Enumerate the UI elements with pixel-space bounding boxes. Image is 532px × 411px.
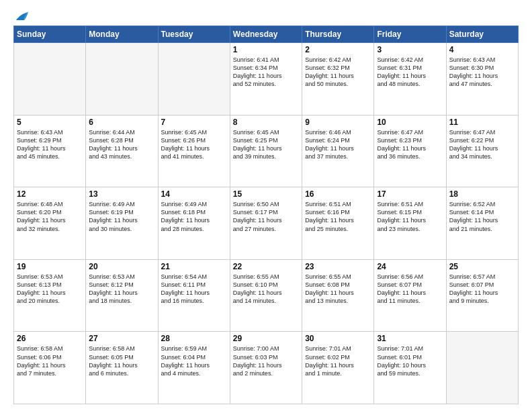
cell-info: Sunrise: 6:51 AM Sunset: 6:15 PM Dayligh… [377,200,443,233]
calendar-cell: 14Sunrise: 6:49 AM Sunset: 6:18 PM Dayli… [158,187,230,260]
cell-info: Sunrise: 6:56 AM Sunset: 6:07 PM Dayligh… [377,273,443,306]
page: SundayMondayTuesdayWednesdayThursdayFrid… [0,0,532,411]
calendar-header-row: SundayMondayTuesdayWednesdayThursdayFrid… [14,26,519,43]
calendar-cell: 1Sunrise: 6:41 AM Sunset: 6:34 PM Daylig… [230,43,302,116]
cell-info: Sunrise: 6:45 AM Sunset: 6:26 PM Dayligh… [161,128,227,161]
calendar-cell: 5Sunrise: 6:43 AM Sunset: 6:29 PM Daylig… [14,115,86,187]
cell-info: Sunrise: 7:01 AM Sunset: 6:02 PM Dayligh… [305,345,371,377]
day-number: 4 [449,45,515,54]
calendar-cell: 3Sunrise: 6:42 AM Sunset: 6:31 PM Daylig… [374,43,446,116]
cell-info: Sunrise: 6:43 AM Sunset: 6:29 PM Dayligh… [17,128,83,161]
day-number: 7 [161,118,227,127]
calendar-cell: 24Sunrise: 6:56 AM Sunset: 6:07 PM Dayli… [374,259,446,332]
header [13,11,519,20]
calendar-header-tuesday: Tuesday [158,26,230,43]
day-number: 22 [233,262,299,271]
cell-info: Sunrise: 6:47 AM Sunset: 6:22 PM Dayligh… [449,128,515,161]
calendar-cell: 18Sunrise: 6:52 AM Sunset: 6:14 PM Dayli… [446,187,518,260]
calendar-cell: 17Sunrise: 6:51 AM Sunset: 6:15 PM Dayli… [374,187,446,260]
day-number: 26 [17,334,83,343]
calendar-cell: 29Sunrise: 7:00 AM Sunset: 6:03 PM Dayli… [230,332,302,404]
calendar-cell: 12Sunrise: 6:48 AM Sunset: 6:20 PM Dayli… [14,187,86,260]
cell-info: Sunrise: 6:57 AM Sunset: 6:07 PM Dayligh… [449,273,515,306]
calendar-cell: 9Sunrise: 6:46 AM Sunset: 6:24 PM Daylig… [302,115,374,187]
day-number: 13 [89,189,154,199]
day-number: 24 [377,262,443,271]
day-number: 31 [377,334,443,343]
calendar-week-4: 26Sunrise: 6:58 AM Sunset: 6:06 PM Dayli… [14,332,519,404]
day-number: 23 [305,262,371,271]
calendar-cell: 6Sunrise: 6:44 AM Sunset: 6:28 PM Daylig… [86,115,158,187]
cell-info: Sunrise: 6:51 AM Sunset: 6:16 PM Dayligh… [305,200,371,233]
calendar-cell: 30Sunrise: 7:01 AM Sunset: 6:02 PM Dayli… [302,332,374,404]
calendar-cell [86,43,158,116]
day-number: 21 [161,262,227,271]
calendar-week-3: 19Sunrise: 6:53 AM Sunset: 6:13 PM Dayli… [14,259,519,332]
calendar-cell: 28Sunrise: 6:59 AM Sunset: 6:04 PM Dayli… [158,332,230,404]
calendar-cell [158,43,230,116]
cell-info: Sunrise: 6:49 AM Sunset: 6:18 PM Dayligh… [161,200,227,233]
calendar-cell: 26Sunrise: 6:58 AM Sunset: 6:06 PM Dayli… [14,332,86,404]
day-number: 15 [233,189,299,199]
calendar-cell: 13Sunrise: 6:49 AM Sunset: 6:19 PM Dayli… [86,187,158,260]
logo [13,11,30,20]
calendar-cell: 7Sunrise: 6:45 AM Sunset: 6:26 PM Daylig… [158,115,230,187]
cell-info: Sunrise: 6:52 AM Sunset: 6:14 PM Dayligh… [449,200,515,233]
cell-info: Sunrise: 7:01 AM Sunset: 6:01 PM Dayligh… [377,345,443,377]
cell-info: Sunrise: 7:00 AM Sunset: 6:03 PM Dayligh… [233,345,299,377]
calendar-week-0: 1Sunrise: 6:41 AM Sunset: 6:34 PM Daylig… [14,43,519,116]
calendar-header-sunday: Sunday [14,26,86,43]
cell-info: Sunrise: 6:41 AM Sunset: 6:34 PM Dayligh… [233,56,299,89]
calendar-cell: 25Sunrise: 6:57 AM Sunset: 6:07 PM Dayli… [446,259,518,332]
day-number: 8 [233,118,299,127]
calendar-week-2: 12Sunrise: 6:48 AM Sunset: 6:20 PM Dayli… [14,187,519,260]
calendar-header-friday: Friday [374,26,446,43]
cell-info: Sunrise: 6:55 AM Sunset: 6:08 PM Dayligh… [305,273,371,306]
calendar-table: SundayMondayTuesdayWednesdayThursdayFrid… [13,26,519,404]
day-number: 27 [89,334,154,343]
cell-info: Sunrise: 6:42 AM Sunset: 6:31 PM Dayligh… [377,56,443,89]
calendar-cell: 10Sunrise: 6:47 AM Sunset: 6:23 PM Dayli… [374,115,446,187]
day-number: 2 [305,45,371,54]
cell-info: Sunrise: 6:53 AM Sunset: 6:13 PM Dayligh… [17,273,83,306]
cell-info: Sunrise: 6:42 AM Sunset: 6:32 PM Dayligh… [305,56,371,89]
calendar-cell: 19Sunrise: 6:53 AM Sunset: 6:13 PM Dayli… [14,259,86,332]
calendar-cell: 8Sunrise: 6:45 AM Sunset: 6:25 PM Daylig… [230,115,302,187]
cell-info: Sunrise: 6:58 AM Sunset: 6:05 PM Dayligh… [89,345,154,377]
day-number: 3 [377,45,443,54]
calendar-header-saturday: Saturday [446,26,518,43]
cell-info: Sunrise: 6:50 AM Sunset: 6:17 PM Dayligh… [233,200,299,233]
day-number: 11 [449,118,515,127]
day-number: 16 [305,189,371,199]
day-number: 17 [377,189,443,199]
calendar-cell: 22Sunrise: 6:55 AM Sunset: 6:10 PM Dayli… [230,259,302,332]
day-number: 28 [161,334,227,343]
calendar-cell: 23Sunrise: 6:55 AM Sunset: 6:08 PM Dayli… [302,259,374,332]
cell-info: Sunrise: 6:44 AM Sunset: 6:28 PM Dayligh… [89,128,154,161]
day-number: 18 [449,189,515,199]
calendar-cell: 15Sunrise: 6:50 AM Sunset: 6:17 PM Dayli… [230,187,302,260]
calendar-cell: 16Sunrise: 6:51 AM Sunset: 6:16 PM Dayli… [302,187,374,260]
logo-bird-icon [15,11,30,23]
cell-info: Sunrise: 6:58 AM Sunset: 6:06 PM Dayligh… [17,345,83,377]
day-number: 5 [17,118,83,127]
cell-info: Sunrise: 6:59 AM Sunset: 6:04 PM Dayligh… [161,345,227,377]
day-number: 12 [17,189,83,199]
day-number: 30 [305,334,371,343]
calendar-cell [446,332,518,404]
calendar-cell [14,43,86,116]
calendar-header-monday: Monday [86,26,158,43]
cell-info: Sunrise: 6:45 AM Sunset: 6:25 PM Dayligh… [233,128,299,161]
calendar-header-wednesday: Wednesday [230,26,302,43]
cell-info: Sunrise: 6:47 AM Sunset: 6:23 PM Dayligh… [377,128,443,161]
cell-info: Sunrise: 6:46 AM Sunset: 6:24 PM Dayligh… [305,128,371,161]
cell-info: Sunrise: 6:55 AM Sunset: 6:10 PM Dayligh… [233,273,299,306]
calendar-header-thursday: Thursday [302,26,374,43]
calendar-week-1: 5Sunrise: 6:43 AM Sunset: 6:29 PM Daylig… [14,115,519,187]
cell-info: Sunrise: 6:49 AM Sunset: 6:19 PM Dayligh… [89,200,154,233]
cell-info: Sunrise: 6:54 AM Sunset: 6:11 PM Dayligh… [161,273,227,306]
day-number: 20 [89,262,154,271]
calendar-cell: 4Sunrise: 6:43 AM Sunset: 6:30 PM Daylig… [446,43,518,116]
calendar-cell: 20Sunrise: 6:53 AM Sunset: 6:12 PM Dayli… [86,259,158,332]
day-number: 19 [17,262,83,271]
